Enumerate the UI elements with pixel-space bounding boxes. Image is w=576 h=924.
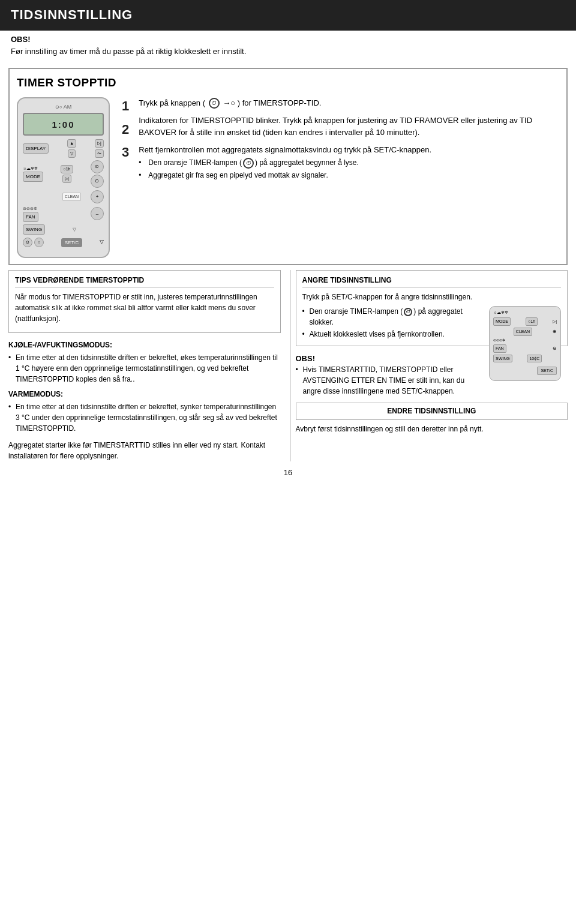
circle-right-button[interactable]: ⊙: [91, 175, 104, 188]
angre-box: ANGRE TIDSINNSTILLING Trykk på SET/C-kna…: [296, 270, 568, 346]
tips-intro: Når modus for TIMERSTOPPTID er stilt inn…: [15, 292, 274, 324]
obs-bottom-item: Hvis TIMERSTARTTID, TIMERSTOPPTID eller …: [296, 364, 568, 397]
mini-row-6: SWING 10₵C: [493, 355, 557, 363]
swing-button[interactable]: SWING: [23, 224, 45, 235]
angre-bullet-1: Den oransje TIMER-lampen (⏱) på aggregat…: [302, 306, 562, 328]
circle-up-button[interactable]: ⊙: [91, 160, 104, 173]
bullet-dot-2: •: [139, 170, 145, 181]
step-3-row: Rett fjernkontrollen mot aggregatets sig…: [139, 144, 559, 180]
obs-description: Før innstilling av timer må du passe på …: [0, 46, 576, 63]
remote-mode-row: ☼☁❄✲ MODE ○1h ▷| ⊙ ⊙: [23, 160, 104, 188]
bullet-dot-1: •: [139, 158, 145, 169]
obs-label: OBS!: [0, 31, 576, 46]
obs-bottom-list: Hvis TIMERSTARTTID, TIMERSTOPPTID eller …: [296, 364, 568, 397]
timer-stopptid-title: TIMER STOPPTID: [17, 75, 559, 91]
tips-footer: Aggregatet starter ikke før TIMERSTARTTI…: [8, 440, 281, 461]
step-3-bullet-2: • Aggregatet gir fra seg en pipelyd ved …: [139, 170, 431, 181]
step-numbers: 1 2 3: [122, 97, 129, 162]
kjole-heading: KJØLE-/AVFUKTINGSMODUS:: [8, 340, 281, 350]
up-arrow-button[interactable]: ▲: [67, 139, 76, 148]
angre-text: Trykk på SET/C-knappen for å angre tidsi…: [302, 292, 562, 302]
remote-control: ⊙○ AM 1:00 DISPLAY ▲ ▽ ▷| 〜: [17, 97, 110, 259]
step-2-row: Indikatoren for TIMERSTOPPTID blinker. T…: [139, 115, 559, 138]
left-column: TIPS VEDRØRENDE TIMERSTOPPTID Når modus …: [8, 270, 290, 461]
angre-bullets: Den oransje TIMER-lampen (⏱) på aggregat…: [302, 306, 562, 340]
step-3-bullet-1: • Den oransje TIMER-lampen (⏱) på aggreg…: [139, 158, 431, 169]
steps-text: Trykk på knappen ( ⏱ →○ ) for TIMERSTOPP…: [139, 97, 559, 187]
remote-display-row: DISPLAY ▲ ▽ ▷| 〜: [23, 139, 104, 158]
endre-text: Avbryt først tidsinnstillingen og still …: [296, 424, 568, 434]
varme-list: En time etter at den tidsinnstilte drift…: [8, 401, 281, 434]
plus-button[interactable]: +: [91, 190, 104, 203]
mini-swing-btn[interactable]: SWING: [493, 355, 512, 363]
remote-fan-row: ⊙⊙⊙✲ FAN –: [23, 206, 104, 222]
setc-button[interactable]: SET/C: [61, 238, 83, 247]
play-small-button[interactable]: ▷|: [62, 175, 71, 183]
bottom-section: TIPS VEDRØRENDE TIMERSTOPPTID Når modus …: [8, 270, 568, 461]
bullet-2-text: Aggregatet gir fra seg en pipelyd ved mo…: [148, 170, 328, 181]
kjole-list: En time etter at den tidsinnstilte drift…: [8, 352, 281, 385]
mode-button[interactable]: MODE: [23, 172, 43, 182]
timer-stopptid-section: TIMER STOPPTID ⊙○ AM 1:00 DISPLAY ▲ ▽ ▷|…: [8, 68, 568, 265]
bullet-1-text: Den oransje TIMER-lampen (⏱) på aggregat…: [148, 158, 359, 169]
step-1-row: Trykk på knappen ( ⏱ →○ ) for TIMERSTOPP…: [139, 97, 559, 109]
angre-title: ANGRE TIDSINNSTILLING: [302, 275, 562, 288]
mini-10c-btn[interactable]: 10₵C: [527, 355, 542, 363]
varme-item: En time etter at den tidsinnstilte drift…: [8, 401, 281, 434]
remote-am-label: ⊙○ AM: [55, 103, 71, 111]
tips-box: TIPS VEDRØRENDE TIMERSTOPPTID Når modus …: [8, 270, 281, 333]
remote-screen: 1:00: [23, 113, 104, 136]
arrow-icon: →○: [223, 98, 235, 107]
timer-lamp-icon-2: ⏱: [404, 308, 412, 316]
page-title: TIDSINNSTILLING: [11, 7, 133, 22]
remote-bottom-row: ⊙ ○ SET/C ▽: [23, 237, 104, 247]
remote-swing-row: SWING ▽: [23, 224, 104, 235]
remote-clean-row: CLEAN +: [23, 190, 104, 203]
down-arrow-button[interactable]: ▽: [68, 149, 76, 158]
tips-title: TIPS VEDRØRENDE TIMERSTOPPTID: [15, 275, 274, 288]
circle1-button[interactable]: ⊙: [23, 238, 32, 247]
play-button[interactable]: ▷|: [95, 139, 104, 148]
timer-icon-1: ⏱: [209, 98, 220, 109]
o1h-button[interactable]: ○1h: [61, 165, 73, 173]
step-1-text: Trykk på knappen ( ⏱ →○ ) for TIMERSTOPP…: [139, 97, 321, 109]
angre-bullet-2: Aktuelt klokkeslett vises på fjernkontro…: [302, 329, 562, 340]
timer-inner-layout: ⊙○ AM 1:00 DISPLAY ▲ ▽ ▷| 〜: [17, 97, 559, 259]
endre-box: ENDRE TIDSINNSTILLING: [296, 403, 568, 420]
varme-heading: VARMEMODUS:: [8, 389, 281, 400]
mini-row-5: FAN ⊖: [493, 344, 557, 353]
mode-fan-block: ☼☁❄✲ MODE: [23, 166, 43, 182]
wave-button[interactable]: 〜: [95, 149, 104, 158]
minus-button[interactable]: –: [91, 207, 104, 220]
circle2-button[interactable]: ○: [34, 238, 44, 247]
step-3-text: Rett fjernkontrollen mot aggregatets sig…: [139, 144, 431, 156]
right-column: ANGRE TIDSINNSTILLING Trykk på SET/C-kna…: [290, 270, 568, 461]
page-number: 16: [0, 467, 576, 478]
mini-fan-btn[interactable]: FAN: [493, 344, 506, 353]
step-3-content: Rett fjernkontrollen mot aggregatets sig…: [139, 144, 431, 180]
fan-button[interactable]: FAN: [23, 212, 38, 222]
display-button[interactable]: DISPLAY: [23, 143, 49, 154]
step-num-3: 3: [122, 143, 129, 162]
page-header: TIDSINNSTILLING: [0, 0, 576, 31]
step-num-2: 2: [122, 121, 129, 139]
timer-lamp-icon: ⏱: [243, 158, 254, 169]
kjole-item: En time etter at den tidsinnstilte drift…: [8, 352, 281, 385]
clean-label: CLEAN: [62, 193, 81, 201]
step-2-text: Indikatoren for TIMERSTOPPTID blinker. T…: [139, 115, 559, 138]
step-num-1: 1: [122, 97, 129, 116]
